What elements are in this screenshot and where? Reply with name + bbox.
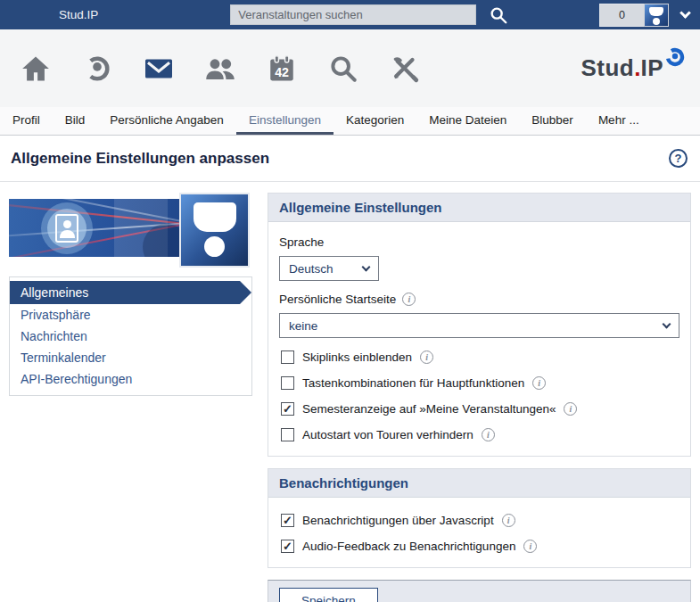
tab-mehr[interactable]: Mehr ... <box>586 107 652 135</box>
studip-mascot-icon <box>179 193 250 268</box>
section-general: Allgemeine Einstellungen Sprache Deutsch… <box>268 193 691 457</box>
section-general-header: Allgemeine Einstellungen <box>268 194 690 222</box>
sidebar-item-nachrichten[interactable]: Nachrichten <box>10 326 251 347</box>
home-icon[interactable] <box>20 53 52 85</box>
form-footer: Speichern <box>268 580 691 602</box>
avatar[interactable] <box>644 4 669 27</box>
js-notifications-checkbox[interactable] <box>281 514 294 527</box>
content-area: Allgemeines Privatsphäre Nachrichten Ter… <box>0 182 700 602</box>
logo-red-dot: . <box>634 54 640 82</box>
search-input[interactable] <box>230 4 476 25</box>
info-icon[interactable] <box>420 350 433 364</box>
tab-meine-dateien[interactable]: Meine Dateien <box>416 107 519 135</box>
tab-kategorien[interactable]: Kategorien <box>334 107 416 135</box>
startpage-label: Persönliche Startseite <box>279 293 679 306</box>
info-icon[interactable] <box>523 540 537 553</box>
check-row-audio-feedback: Audio-Feedback zu Benachrichtigungen <box>281 540 679 553</box>
avatar-glyph <box>649 7 663 16</box>
tab-blubber[interactable]: Blubber <box>519 107 586 135</box>
global-search <box>230 4 508 25</box>
svg-text:42: 42 <box>275 65 289 79</box>
check-row-javascript-notifications: Benachrichtigungen über Javascript <box>281 514 679 527</box>
community-icon[interactable] <box>204 53 236 85</box>
tools-icon[interactable] <box>389 53 421 85</box>
sidebar-item-api-berechtigungen[interactable]: API-Berechtigungen <box>10 368 251 390</box>
info-icon[interactable] <box>532 376 546 390</box>
tab-bild[interactable]: Bild <box>53 107 98 135</box>
page-title: Allgemeine Einstellungen anpassen <box>11 150 269 168</box>
sidebar-item-terminkalender[interactable]: Terminkalender <box>10 347 251 368</box>
mail-icon[interactable] <box>143 53 175 85</box>
page-header: Allgemeine Einstellungen anpassen <box>0 136 700 182</box>
top-bar: Stud.IP 0 <box>0 0 700 29</box>
person-badge-icon <box>41 202 93 254</box>
profile-banner-image <box>9 193 252 268</box>
check-row-semesteranzeige: Semesteranzeige auf »Meine Veranstaltung… <box>281 402 679 416</box>
logo-swirl-icon <box>664 46 686 71</box>
notification-counter[interactable]: 0 <box>599 4 644 27</box>
tab-profil[interactable]: Profil <box>11 107 53 135</box>
tour-autostart-checkbox[interactable] <box>281 428 294 441</box>
audio-feedback-checkbox[interactable] <box>281 540 294 553</box>
check-row-tastenkombinationen: Tastenkombinationen für Hauptfunktionen <box>281 376 679 390</box>
chevron-down-icon <box>362 263 371 272</box>
settings-sidebar: Allgemeines Privatsphäre Nachrichten Ter… <box>9 193 252 602</box>
brand-title: Stud.IP <box>59 8 98 21</box>
sidebar-item-allgemeines[interactable]: Allgemeines <box>10 281 251 304</box>
profile-tabbar: Profil Bild Persönliche Angaben Einstell… <box>0 107 700 136</box>
calendar-icon[interactable]: 42 <box>266 53 298 85</box>
chevron-down-icon <box>663 320 671 329</box>
check-row-autostart-touren: Autostart von Touren verhindern <box>281 428 679 441</box>
user-cluster: 0 <box>599 4 689 27</box>
settings-main: Allgemeine Einstellungen Sprache Deutsch… <box>268 193 691 602</box>
help-icon[interactable] <box>669 149 688 168</box>
info-icon[interactable] <box>564 402 577 416</box>
studip-logo: Stud.IP <box>581 54 686 82</box>
section-notifications: Benachrichtigungen Benachrichtigungen üb… <box>268 468 691 568</box>
language-label: Sprache <box>279 235 679 249</box>
search-icon[interactable] <box>489 5 508 25</box>
sidebar-item-privatsphaere[interactable]: Privatsphäre <box>10 304 251 326</box>
info-icon[interactable] <box>402 293 416 306</box>
settings-nav: Allgemeines Privatsphäre Nachrichten Ter… <box>9 276 252 396</box>
info-icon[interactable] <box>502 514 515 527</box>
startpage-select[interactable]: keine <box>279 313 679 338</box>
tab-einstellungen[interactable]: Einstellungen <box>236 107 334 135</box>
save-button[interactable]: Speichern <box>279 588 378 602</box>
tab-persoenliche-angaben[interactable]: Persönliche Angaben <box>97 107 236 135</box>
search-icon[interactable] <box>327 53 359 85</box>
semester-display-checkbox[interactable] <box>281 402 294 416</box>
skiplinks-checkbox[interactable] <box>281 350 294 364</box>
check-row-skiplinks: Skiplinks einblenden <box>281 350 679 364</box>
section-notifications-header: Benachrichtigungen <box>268 469 690 498</box>
hotkeys-checkbox[interactable] <box>281 376 294 390</box>
icon-toolbar: 42 Stud.IP <box>0 29 700 107</box>
language-select[interactable]: Deutsch <box>279 256 379 281</box>
courses-icon[interactable] <box>81 53 113 85</box>
chevron-down-icon[interactable] <box>679 7 691 19</box>
info-icon[interactable] <box>482 428 495 441</box>
